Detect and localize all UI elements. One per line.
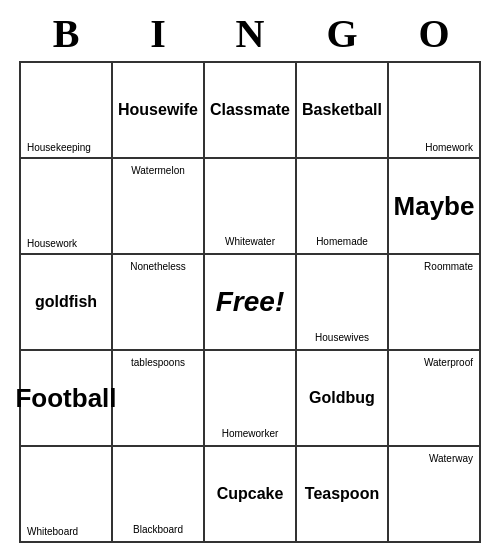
cell-r0-c3: Basketball xyxy=(297,63,389,159)
cell-r4-c1: Blackboard xyxy=(113,447,205,543)
cell-small-text: Whitewater xyxy=(225,236,275,247)
cell-r1-c3: Homemade xyxy=(297,159,389,255)
bingo-grid: HousekeepingHousewifeClassmateBasketball… xyxy=(19,61,481,543)
cell-r0-c2: Classmate xyxy=(205,63,297,159)
cell-small-text: Waterproof xyxy=(424,357,473,368)
cell-main-text: Free! xyxy=(216,286,284,318)
cell-r0-c1: Housewife xyxy=(113,63,205,159)
cell-small-text: Nonetheless xyxy=(130,261,186,272)
bingo-letter-b: B xyxy=(20,10,112,57)
cell-small-text: Waterway xyxy=(429,453,473,464)
bingo-letter-n: N xyxy=(204,10,296,57)
cell-small-text: Watermelon xyxy=(131,165,185,176)
cell-r2-c1: Nonetheless xyxy=(113,255,205,351)
cell-small-text: Homeworker xyxy=(222,428,279,439)
cell-main-text: Maybe xyxy=(394,191,475,222)
cell-r1-c2: Whitewater xyxy=(205,159,297,255)
cell-small-text: Blackboard xyxy=(133,524,183,535)
cell-r1-c0: Housework xyxy=(21,159,113,255)
cell-small-text: Housewives xyxy=(315,332,369,343)
cell-r4-c2: Cupcake xyxy=(205,447,297,543)
cell-r1-c4: Maybe xyxy=(389,159,481,255)
cell-r3-c1: tablespoons xyxy=(113,351,205,447)
cell-r4-c3: Teaspoon xyxy=(297,447,389,543)
cell-r3-c3: Goldbug xyxy=(297,351,389,447)
cell-r2-c3: Housewives xyxy=(297,255,389,351)
cell-r1-c1: Watermelon xyxy=(113,159,205,255)
cell-small-text: Homework xyxy=(425,142,473,153)
cell-main-text: Basketball xyxy=(302,101,382,119)
cell-r0-c0: Housekeeping xyxy=(21,63,113,159)
cell-r3-c4: Waterproof xyxy=(389,351,481,447)
cell-r2-c2: Free! xyxy=(205,255,297,351)
cell-small-text: Housework xyxy=(27,238,77,249)
cell-small-text: Whiteboard xyxy=(27,526,78,537)
cell-main-text: Cupcake xyxy=(217,485,284,503)
bingo-letter-i: I xyxy=(112,10,204,57)
cell-small-text: Housekeeping xyxy=(27,142,91,153)
cell-r0-c4: Homework xyxy=(389,63,481,159)
cell-r4-c0: Whiteboard xyxy=(21,447,113,543)
cell-main-text: Housewife xyxy=(118,101,198,119)
cell-main-text: Teaspoon xyxy=(305,485,379,503)
cell-r3-c0: Football xyxy=(21,351,113,447)
cell-r4-c4: Waterway xyxy=(389,447,481,543)
cell-main-text: Goldbug xyxy=(309,389,375,407)
cell-main-text: Football xyxy=(15,383,116,414)
cell-main-text: goldfish xyxy=(35,293,97,311)
cell-r2-c4: Roommate xyxy=(389,255,481,351)
cell-small-text: Roommate xyxy=(424,261,473,272)
bingo-header: BINGO xyxy=(20,10,480,57)
bingo-letter-g: G xyxy=(296,10,388,57)
cell-r2-c0: goldfish xyxy=(21,255,113,351)
cell-small-text: tablespoons xyxy=(131,357,185,368)
cell-main-text: Classmate xyxy=(210,101,290,119)
cell-small-text: Homemade xyxy=(316,236,368,247)
bingo-letter-o: O xyxy=(388,10,480,57)
cell-r3-c2: Homeworker xyxy=(205,351,297,447)
